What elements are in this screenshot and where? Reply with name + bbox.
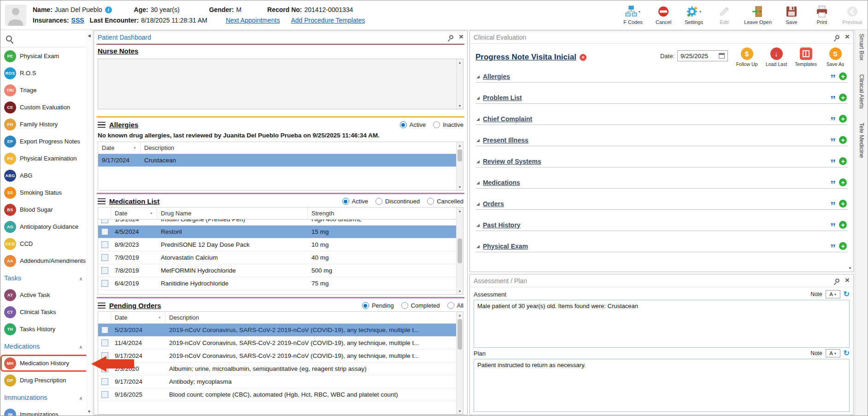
side-tab[interactable]: Clinical Alerts xyxy=(858,74,865,109)
row-checkbox[interactable] xyxy=(101,365,108,372)
templates-button[interactable]: Templates xyxy=(793,48,818,67)
pending-order-row[interactable]: 9/17/2024 Antibody; mycoplasma xyxy=(98,375,456,388)
medication-scrollbar[interactable] xyxy=(456,208,463,294)
chevron-up-icon[interactable] xyxy=(79,343,82,350)
info-icon[interactable] xyxy=(105,6,112,13)
expander-icon[interactable] xyxy=(476,117,480,121)
add-icon[interactable] xyxy=(839,200,847,208)
sidebar-item[interactable]: AT Active Task xyxy=(0,286,86,303)
expander-icon[interactable] xyxy=(476,159,480,164)
sidebar-item[interactable]: Tasks xyxy=(0,269,86,286)
add-icon[interactable] xyxy=(839,136,847,144)
quote-icon[interactable] xyxy=(830,162,836,166)
scroll-down-icon[interactable] xyxy=(848,266,852,270)
note-section-row[interactable]: Review of Systems xyxy=(475,156,848,167)
row-checkbox[interactable] xyxy=(101,280,108,287)
medication-row[interactable]: 7/9/2019 Atorvastatin Calcium 40 mg xyxy=(98,251,456,264)
medication-row[interactable]: 7/8/2019 MetFORMIN Hydrochloride 500 mg xyxy=(98,264,456,277)
note-section-row[interactable]: Allergies xyxy=(475,71,848,83)
scroll-down-icon[interactable] xyxy=(457,102,463,109)
settings-button[interactable]: Settings xyxy=(683,5,704,25)
medication-row[interactable]: 6/4/2019 Ranitidine Hydrochloride 75 mg xyxy=(98,277,456,290)
pending-orders-title[interactable]: Pending Orders xyxy=(109,302,161,309)
dropdown-caret-icon[interactable] xyxy=(699,10,702,13)
sidebar-item[interactable]: IM Immunizations xyxy=(0,406,86,416)
add-icon[interactable] xyxy=(839,72,847,80)
filter-option[interactable]: Active xyxy=(400,121,426,128)
sidebar-item[interactable]: CT Clinical Tasks xyxy=(0,303,86,321)
row-checkbox[interactable] xyxy=(101,391,108,398)
sidebar-scroll-down-icon[interactable] xyxy=(88,407,91,414)
note-style-button[interactable] xyxy=(826,349,840,357)
sidebar-item[interactable]: CE Custom Evaluation xyxy=(0,99,86,116)
medication-row[interactable]: 4/5/2024 Restoril 15 mg xyxy=(98,226,456,238)
row-checkbox[interactable] xyxy=(101,339,108,346)
menu-icon[interactable] xyxy=(98,198,106,204)
column-header-strength[interactable]: Strength xyxy=(308,208,456,219)
sidebar-item[interactable]: ROS R.O.S xyxy=(0,65,86,82)
chevron-up-icon[interactable] xyxy=(79,274,82,282)
column-header-description[interactable]: Description xyxy=(165,312,456,323)
expander-icon[interactable] xyxy=(476,138,480,143)
medication-row[interactable]: 8/9/2023 PredniSONE 12 Day Dose Pack 10 … xyxy=(98,238,456,251)
expander-icon[interactable] xyxy=(476,223,480,227)
sidebar-item[interactable]: EP Export Progress Notes xyxy=(0,133,86,150)
row-checkbox[interactable] xyxy=(101,327,108,333)
quote-icon[interactable] xyxy=(830,183,836,187)
expander-icon[interactable] xyxy=(476,95,480,100)
pin-icon[interactable] xyxy=(448,34,454,40)
progress-note-title[interactable]: Progress Note Visita Inicial xyxy=(475,53,576,62)
pin-icon[interactable] xyxy=(834,34,840,40)
edit-button[interactable]: Edit xyxy=(714,5,735,25)
note-section-title[interactable]: Orders xyxy=(483,200,504,208)
sidebar-item[interactable]: FH Family History xyxy=(0,116,86,133)
medication-list-title[interactable]: Medication List xyxy=(109,197,159,205)
scroll-down-icon[interactable] xyxy=(457,288,463,294)
dropdown-caret-icon[interactable] xyxy=(638,10,641,13)
sidebar-item[interactable]: TRI Triage xyxy=(0,82,86,99)
menu-icon[interactable] xyxy=(98,303,106,309)
note-section-title[interactable]: Problem List xyxy=(483,94,522,101)
sidebar-search[interactable] xyxy=(0,30,86,48)
close-icon[interactable] xyxy=(459,34,463,41)
sidebar-item[interactable]: PE Physical Exam xyxy=(0,48,86,65)
add-icon[interactable] xyxy=(839,157,847,165)
quote-icon[interactable] xyxy=(830,204,836,208)
column-header-drug-name[interactable]: Drug Name xyxy=(157,208,308,219)
cancel-button[interactable]: Cancel xyxy=(653,5,674,25)
plan-textarea[interactable]: Patient instructed to return as necessar… xyxy=(474,359,850,412)
column-filter-icon[interactable] xyxy=(150,212,153,215)
chevron-up-icon[interactable] xyxy=(79,394,82,401)
allergies-scrollbar[interactable] xyxy=(456,142,463,190)
sidebar-item[interactable]: BS Blood Sugar xyxy=(0,201,86,218)
close-icon[interactable] xyxy=(845,34,850,41)
calendar-icon[interactable] xyxy=(719,53,725,59)
note-section-row[interactable]: Past History xyxy=(475,220,848,231)
row-checkbox[interactable] xyxy=(101,254,108,261)
note-section-title[interactable]: Allergies xyxy=(483,73,510,80)
filter-option[interactable]: Cancelled xyxy=(427,198,463,205)
nurse-notes-title[interactable]: Nurse Notes xyxy=(98,47,138,55)
quote-icon[interactable] xyxy=(830,119,836,123)
pending-order-row[interactable]: 2/3/2020 Albumin; urine, microalbumin, s… xyxy=(98,363,456,375)
note-section-title[interactable]: Present Illness xyxy=(483,137,528,144)
filter-option[interactable]: Active xyxy=(342,198,368,205)
note-style-button[interactable] xyxy=(826,290,840,298)
sidebar-item[interactable]: AG Anticipatory Guidance xyxy=(0,218,86,235)
f-codes-button[interactable]: F Codes xyxy=(622,5,644,25)
add-icon[interactable] xyxy=(839,178,847,186)
scroll-track[interactable] xyxy=(457,149,463,184)
expander-icon[interactable] xyxy=(476,244,480,249)
sidebar-item[interactable]: DP Drug Prescription xyxy=(0,372,86,389)
scroll-thumb[interactable] xyxy=(457,149,462,161)
scroll-thumb[interactable] xyxy=(457,319,462,350)
note-section-row[interactable]: Present Illness xyxy=(475,135,848,146)
scroll-down-icon[interactable] xyxy=(457,184,463,190)
scroll-up-icon[interactable] xyxy=(457,208,463,214)
scroll-up-icon[interactable] xyxy=(457,59,463,65)
refresh-icon[interactable] xyxy=(844,291,850,298)
note-section-title[interactable]: Physical Exam xyxy=(483,243,528,250)
load-last-button[interactable]: Load Last xyxy=(764,48,789,67)
nurse-notes-textarea[interactable] xyxy=(98,59,463,109)
note-section-row[interactable]: Physical Exam xyxy=(475,241,848,252)
